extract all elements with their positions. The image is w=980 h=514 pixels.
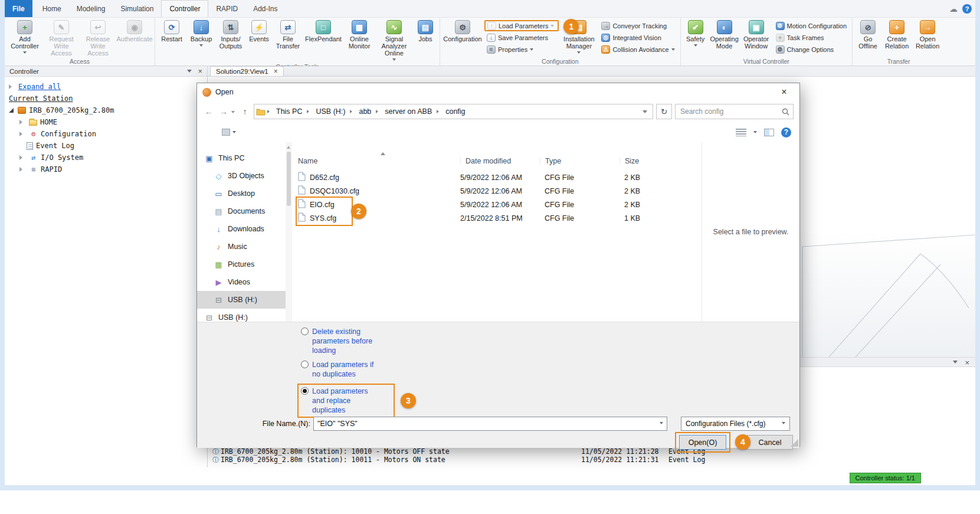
backup-button[interactable]: Backup <box>186 18 216 48</box>
nav-downloads[interactable]: Downloads <box>197 220 286 238</box>
events-button[interactable]: Events <box>245 18 273 42</box>
tab-solution29-view1[interactable]: Solution29:View1 <box>210 66 284 76</box>
nav-this-pc[interactable]: This PC <box>197 149 286 167</box>
tree-node-robot[interactable]: IRB_6700_205kg_2.80m <box>9 104 207 116</box>
file-row-d652[interactable]: D652.cfg 5/9/2022 12:06 AM CFG File 2 KB <box>298 171 702 184</box>
create-relation-button[interactable]: Create Relation <box>881 18 912 50</box>
breadcrumb-usb[interactable]: USB (H:) <box>313 107 348 116</box>
panel-close-icon[interactable] <box>198 67 202 76</box>
tree-node-io-system[interactable]: I/O System <box>9 152 207 163</box>
cloud-icon[interactable] <box>949 4 958 14</box>
breadcrumb-dropdown-icon[interactable] <box>643 110 647 116</box>
tree-node-rapid[interactable]: RAPID <box>9 163 207 175</box>
collapsed-arrow-icon[interactable] <box>19 167 25 172</box>
motion-configuration-button[interactable]: Motion Configuration <box>773 20 850 31</box>
breadcrumb-server-on-abb[interactable]: server on ABB <box>382 107 435 116</box>
add-controller-button[interactable]: Add Controller <box>6 18 43 55</box>
radio-selected-icon[interactable] <box>301 387 309 395</box>
restart-button[interactable]: Restart <box>157 18 186 42</box>
open-relation-button[interactable]: Open Relation <box>912 18 943 50</box>
history-dropdown-icon[interactable] <box>231 111 235 115</box>
request-write-access-button[interactable]: Request Write Access <box>43 18 80 57</box>
operator-window-button[interactable]: Operator Window <box>740 18 772 50</box>
up-button[interactable] <box>239 105 251 118</box>
nav-music[interactable]: Music <box>197 238 286 256</box>
panel-menu-icon[interactable] <box>187 70 192 75</box>
inputs-outputs-button[interactable]: Inputs/ Outputs <box>216 18 245 50</box>
collapsed-arrow-icon[interactable] <box>19 120 25 125</box>
nav-3d-objects[interactable]: 3D Objects <box>197 167 286 185</box>
chevron-down-icon[interactable] <box>753 131 757 135</box>
file-name-input[interactable] <box>317 420 660 428</box>
conveyor-tracking-button[interactable]: Conveyor Tracking <box>599 20 677 31</box>
organize-button[interactable] <box>222 129 236 136</box>
nav-videos[interactable]: Videos <box>197 273 286 291</box>
properties-button[interactable]: Properties <box>484 44 559 55</box>
tree-node-event-log[interactable]: Event Log <box>9 140 207 152</box>
tab-rapid[interactable]: RAPID <box>208 0 245 17</box>
nav-usb-h-root[interactable]: USB (H:) <box>197 309 286 322</box>
breadcrumb-config[interactable]: config <box>443 107 468 116</box>
nav-scrollbar[interactable] <box>286 142 292 322</box>
event-log-row[interactable]: IRB_6700_205kg_2.80m (Station): 10010 - … <box>212 447 971 456</box>
cancel-button[interactable]: Cancel <box>747 435 793 450</box>
collapse-all-icon[interactable] <box>9 84 14 89</box>
dialog-close-button[interactable] <box>774 87 794 97</box>
tree-node-configuration[interactable]: Configuration <box>9 128 207 140</box>
signal-analyzer-online-button[interactable]: Signal Analyzer Online <box>375 18 413 63</box>
save-parameters-button[interactable]: Save Parameters <box>484 32 559 43</box>
flexpendant-button[interactable]: FlexPendant <box>303 18 343 42</box>
authenticate-button[interactable]: Authenticate <box>116 18 153 42</box>
file-row-dsqc1030[interactable]: DSQC1030.cfg 5/9/2022 12:06 AM CFG File … <box>298 184 702 198</box>
tab-controller[interactable]: Controller <box>161 0 208 17</box>
online-monitor-button[interactable]: Online Monitor <box>343 18 375 50</box>
scroll-up-icon[interactable] <box>287 144 290 149</box>
release-write-access-button[interactable]: Release Write Access <box>80 18 116 57</box>
help-icon[interactable] <box>962 4 972 14</box>
dialog-title-bar[interactable]: Open <box>197 83 799 101</box>
file-transfer-button[interactable]: File Transfer <box>273 18 303 50</box>
current-station-label[interactable]: Current Station <box>9 94 73 103</box>
collapsed-arrow-icon[interactable] <box>19 132 25 136</box>
tab-home[interactable]: Home <box>35 0 69 17</box>
nav-desktop[interactable]: Desktop <box>197 185 286 202</box>
search-input[interactable] <box>680 107 782 116</box>
nav-documents[interactable]: Documents <box>197 202 286 220</box>
refresh-button[interactable] <box>656 104 672 119</box>
chevron-down-icon[interactable] <box>660 422 663 426</box>
integrated-vision-button[interactable]: Integrated Vision <box>599 32 677 43</box>
tab-add-ins[interactable]: Add-Ins <box>245 0 285 17</box>
task-frames-button[interactable]: Task Frames <box>773 32 850 43</box>
breadcrumb-this-pc[interactable]: This PC <box>273 107 305 116</box>
back-button[interactable] <box>203 105 215 118</box>
breadcrumb-abb[interactable]: abb <box>356 107 374 116</box>
event-log-row[interactable]: IRB_6700_205kg_2.80m (Station): 10011 - … <box>212 456 971 464</box>
load-parameters-button[interactable]: Load Parameters 1 <box>484 20 559 31</box>
scrollbar-thumb[interactable] <box>287 152 291 206</box>
collapsed-arrow-icon[interactable] <box>19 155 25 160</box>
forward-button[interactable] <box>218 105 230 118</box>
radio-icon[interactable] <box>301 328 309 335</box>
nav-usb-h[interactable]: USB (H:) <box>197 291 286 309</box>
operating-mode-button[interactable]: Operating Mode <box>709 18 740 50</box>
breadcrumb[interactable]: This PC USB (H:) abb server on ABB confi… <box>254 104 653 119</box>
column-size[interactable]: Size <box>620 157 684 165</box>
preview-pane-icon[interactable] <box>764 129 774 136</box>
column-name[interactable]: Name <box>298 157 460 165</box>
tree-node-home[interactable]: HOME <box>9 116 207 128</box>
column-date-modified[interactable]: Date modified <box>460 157 540 165</box>
tab-simulation[interactable]: Simulation <box>113 0 161 17</box>
option-load-and-replace-duplicates[interactable]: Load parameters and replace duplicates 3 <box>297 384 395 418</box>
go-offline-button[interactable]: Go Offline <box>854 18 881 50</box>
expanded-arrow-icon[interactable] <box>9 108 14 113</box>
panel-close-icon[interactable] <box>965 357 969 368</box>
help-icon[interactable] <box>781 127 791 137</box>
resize-grip[interactable] <box>791 439 798 447</box>
option-delete-existing-parameters[interactable]: Delete existing parameters before loadin… <box>301 327 395 355</box>
file-type-select[interactable]: Configuration Files (*.cfg) <box>681 417 790 431</box>
panel-menu-icon[interactable] <box>953 361 958 366</box>
option-load-if-no-duplicates[interactable]: Load parameters if no duplicates <box>301 360 395 379</box>
collision-avoidance-button[interactable]: Collision Avoidance <box>599 44 677 55</box>
view-options-icon[interactable] <box>736 129 746 136</box>
tab-file[interactable]: File <box>5 0 32 17</box>
